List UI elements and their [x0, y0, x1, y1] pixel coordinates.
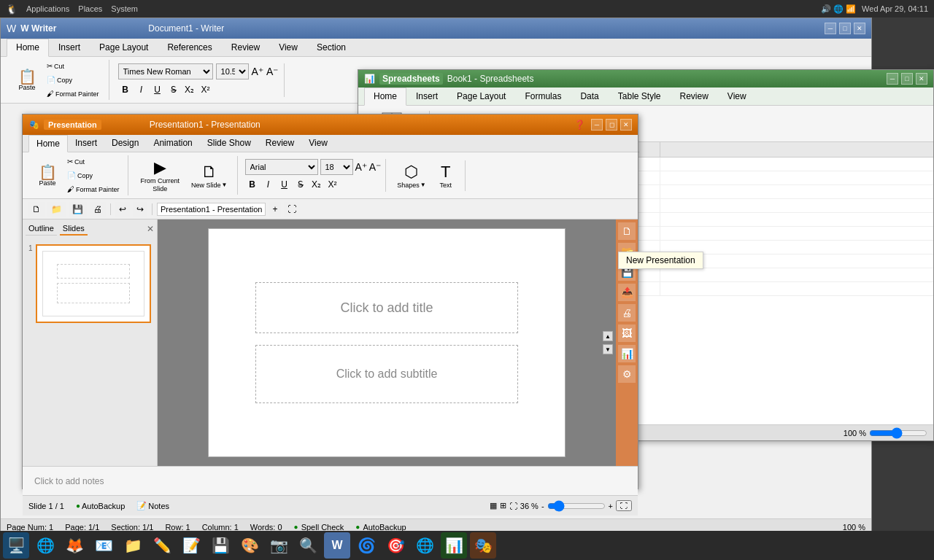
underline-btn[interactable]: U	[150, 82, 165, 97]
spreadsheet-tab-home[interactable]: Home	[364, 88, 406, 106]
spreadsheet-tab-data[interactable]: Data	[571, 88, 608, 105]
pres-tab-insert[interactable]: Insert	[68, 135, 104, 152]
writer-font-size[interactable]: 10.5	[216, 63, 249, 79]
writer-tab-references[interactable]: References	[158, 39, 221, 56]
toolbar-save-btn[interactable]: 💾	[69, 202, 87, 217]
writer-format-painter-btn[interactable]: 🖌 Format Painter	[43, 88, 103, 100]
writer-close-btn[interactable]: ✕	[854, 23, 865, 34]
pres-view-normal-icon[interactable]: ▦	[490, 501, 497, 510]
slide-canvas[interactable]: Click to add title Click to add subtitle	[208, 228, 566, 457]
writer-tab-section[interactable]: Section	[307, 39, 355, 56]
taskbar-browser-icon[interactable]: 🌐	[412, 532, 438, 559]
pres-tab-animation[interactable]: Animation	[146, 135, 199, 152]
spreadsheet-maximize-btn[interactable]: □	[901, 73, 913, 85]
pres-sidebar-chart-btn[interactable]: 📊	[618, 345, 636, 362]
pres-strikethrough-btn[interactable]: S̶	[293, 177, 308, 192]
taskbar-editor-icon[interactable]: ✏️	[149, 532, 175, 559]
italic-btn[interactable]: I	[134, 82, 149, 97]
writer-maximize-btn[interactable]: □	[839, 23, 851, 34]
pres-superscript-btn[interactable]: X²	[325, 177, 340, 192]
presentation-restore-btn[interactable]: ◻	[606, 119, 617, 131]
shrink-font-icon[interactable]: A⁻	[266, 66, 278, 77]
toolbar-undo-btn[interactable]: ↩	[115, 202, 130, 217]
toolbar-slide-selector[interactable]: Presentation1 - Presentation	[157, 203, 266, 216]
pres-format-painter-btn[interactable]: 🖌 Format Painter	[63, 183, 123, 195]
taskbar-writer-icon[interactable]: W	[324, 532, 350, 559]
superscript-btn[interactable]: X²	[198, 82, 213, 97]
spreadsheet-tab-insert[interactable]: Insert	[406, 88, 447, 105]
spreadsheet-tab-pagelayout[interactable]: Page Layout	[447, 88, 515, 105]
writer-paste-btn[interactable]: 📋 Paste	[12, 67, 42, 93]
pres-sidebar-export-btn[interactable]: 📤	[618, 284, 636, 301]
pres-copy-btn[interactable]: 📄 Copy	[63, 169, 123, 182]
grow-font-icon[interactable]: A⁺	[252, 66, 263, 77]
writer-tab-home[interactable]: Home	[7, 39, 49, 57]
slide-panel-outline-tab[interactable]: Outline	[26, 222, 57, 236]
taskbar-notes-icon[interactable]: 📝	[178, 532, 204, 559]
pres-text-btn[interactable]: T Text	[431, 160, 460, 191]
applications-menu[interactable]: Applications	[26, 4, 69, 13]
pres-sidebar-img-btn[interactable]: 🖼	[618, 324, 636, 342]
pres-shrink-font-icon[interactable]: A⁻	[369, 161, 381, 173]
pres-tab-view[interactable]: View	[301, 135, 335, 152]
new-slide-dropdown[interactable]: ▼	[222, 182, 228, 188]
pres-shapes-btn[interactable]: ⬡ Shapes ▼	[393, 160, 429, 191]
pres-italic-btn[interactable]: I	[261, 177, 276, 192]
taskbar-files-icon[interactable]: 🖥️	[3, 532, 29, 559]
slide-title-box[interactable]: Click to add title	[255, 282, 518, 333]
help-icon[interactable]: ❓	[574, 120, 585, 130]
taskbar-photo-icon[interactable]: 📷	[266, 532, 292, 559]
shapes-dropdown[interactable]: ▼	[420, 182, 426, 188]
taskbar-scroll-icon[interactable]: 🌀	[353, 532, 379, 559]
spreadsheet-close-btn[interactable]: ✕	[916, 73, 927, 85]
writer-tab-pagelayout[interactable]: Page Layout	[90, 39, 158, 56]
pres-from-current-btn[interactable]: ▶ From CurrentSlide	[136, 156, 185, 195]
pres-font-name[interactable]: Arial	[245, 159, 318, 175]
spreadsheet-tab-tablestyle[interactable]: Table Style	[609, 88, 671, 105]
presentation-close-btn[interactable]: ✕	[620, 119, 632, 131]
taskbar-presentation-icon[interactable]: 🎭	[470, 532, 496, 559]
pres-tab-review[interactable]: Review	[258, 135, 301, 152]
spreadsheet-tab-formulas[interactable]: Formulas	[515, 88, 571, 105]
pres-tab-design[interactable]: Design	[104, 135, 146, 152]
pres-fullscreen-btn[interactable]: ⛶	[616, 500, 632, 511]
pres-bold-btn[interactable]: B	[245, 177, 260, 192]
slide-thumb-1[interactable]	[36, 244, 151, 323]
toolbar-maximize-slide-btn[interactable]: ⛶	[284, 202, 300, 217]
toolbar-redo-btn[interactable]: ↪	[133, 202, 147, 217]
writer-copy-btn[interactable]: 📄 Copy	[43, 74, 103, 86]
pres-zoom-in-btn[interactable]: +	[609, 502, 613, 510]
spreadsheet-window-controls[interactable]: ─ □ ✕	[887, 73, 927, 85]
slide-subtitle-box[interactable]: Click to add subtitle	[255, 345, 518, 403]
pres-zoom-slider[interactable]	[547, 500, 606, 512]
scroll-down-btn[interactable]: ▼	[603, 344, 613, 354]
slide-panel-close-btn[interactable]: ✕	[147, 224, 154, 234]
writer-tab-insert[interactable]: Insert	[49, 39, 90, 56]
spreadsheet-minimize-btn[interactable]: ─	[887, 73, 898, 85]
bold-btn[interactable]: B	[118, 82, 133, 97]
writer-font-name[interactable]: Times New Roman	[118, 63, 213, 79]
toolbar-print-btn[interactable]: 🖨	[90, 202, 106, 217]
pres-font-size[interactable]: 18	[320, 159, 353, 175]
presentation-notes-area[interactable]: Click to add notes	[23, 466, 638, 495]
pres-sidebar-print-btn[interactable]: 🖨	[618, 304, 636, 322]
pres-view-grid-icon[interactable]: ⊞	[500, 501, 506, 510]
scroll-up-btn[interactable]: ▲	[603, 331, 613, 341]
writer-cut-btn[interactable]: ✂ Cut	[43, 60, 103, 72]
pres-paste-btn[interactable]: 📋 Paste	[33, 163, 62, 189]
pres-sidebar-new-btn[interactable]: 🗋	[618, 222, 636, 240]
taskbar-paint-icon[interactable]: 🎨	[236, 532, 263, 559]
toolbar-new-btn[interactable]: 🗋	[28, 202, 45, 217]
pres-view-fullscreen-icon[interactable]: ⛶	[509, 502, 517, 510]
taskbar-files2-icon[interactable]: 📁	[120, 532, 146, 559]
taskbar-db-icon[interactable]: 💾	[207, 532, 234, 559]
subscript-btn[interactable]: X₂	[182, 82, 197, 97]
presentation-window-controls[interactable]: ─ ◻ ✕	[591, 119, 632, 131]
taskbar-search-icon[interactable]: 🔍	[295, 532, 321, 559]
pres-zoom-out-btn[interactable]: -	[541, 502, 544, 510]
writer-tab-view[interactable]: View	[269, 39, 307, 56]
pres-subscript-btn[interactable]: X₂	[309, 177, 324, 192]
taskbar-spreadsheet-icon[interactable]: 📊	[441, 532, 467, 559]
taskbar-target-icon[interactable]: 🎯	[382, 532, 409, 559]
writer-tab-review[interactable]: Review	[222, 39, 269, 56]
